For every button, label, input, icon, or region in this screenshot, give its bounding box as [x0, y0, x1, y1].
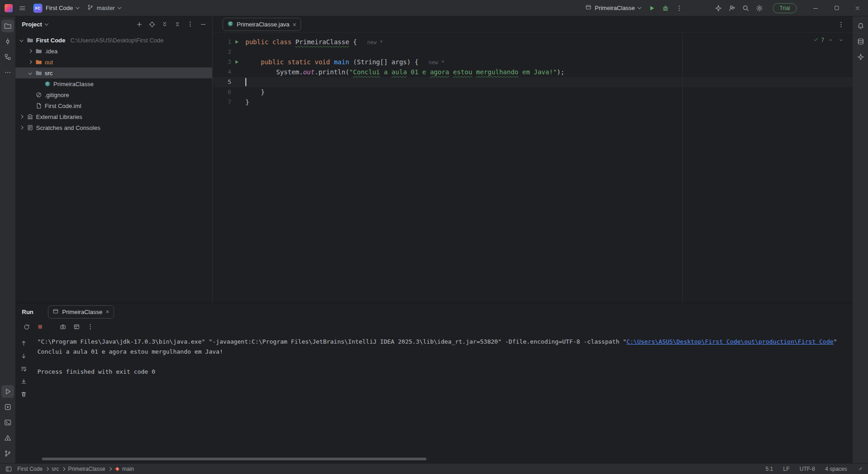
rerun-icon[interactable] [21, 321, 32, 332]
locate-icon[interactable] [146, 19, 157, 30]
chevron-right-icon[interactable] [20, 126, 23, 129]
hide-icon[interactable] [198, 19, 208, 30]
close-icon[interactable]: × [105, 309, 109, 315]
tree-item-first-code-iml[interactable]: First Code.iml [16, 100, 212, 111]
maximize-button[interactable] [826, 0, 847, 16]
search-everywhere-icon[interactable] [739, 1, 753, 15]
stop-icon[interactable] [35, 321, 46, 332]
breadcrumb-item-main[interactable]: main [114, 466, 134, 472]
tree-item-primeiraclasse[interactable]: CPrimeiraClasse [16, 78, 212, 89]
plus-icon[interactable] [134, 19, 145, 30]
code-token: a [380, 68, 391, 76]
code-token: ); [557, 68, 565, 76]
more-tool-button[interactable] [1, 66, 14, 79]
run-gutter-icon[interactable] [234, 39, 240, 45]
soft-wrap-icon[interactable] [18, 363, 29, 374]
editor[interactable]: 1public class PrimeiraClasse { new *23 p… [213, 33, 852, 303]
project-panel-title[interactable]: Project [22, 21, 42, 28]
code-line-7[interactable]: 7} [213, 97, 852, 107]
folder-excluded-icon [35, 58, 42, 66]
indent-widget[interactable]: 4 spaces [825, 466, 847, 472]
code-line-6[interactable]: 6 } [213, 87, 852, 97]
settings-gear-icon[interactable] [753, 1, 766, 15]
close-icon[interactable]: × [293, 21, 296, 28]
code-line-1[interactable]: 1public class PrimeiraClasse { new * [213, 37, 852, 47]
breadcrumb-label: src [52, 466, 59, 472]
version-control-tool-button[interactable] [1, 447, 14, 460]
project-widget[interactable]: FC First Code [29, 2, 83, 15]
tree-item-idea[interactable]: .idea [16, 46, 212, 57]
trial-badge[interactable]: Trial [773, 3, 797, 13]
terminal-tool-button[interactable] [1, 416, 14, 429]
tool-window-toggle-icon[interactable] [4, 464, 14, 474]
run-gutter-icon[interactable] [234, 59, 240, 65]
chevron-right-icon[interactable] [28, 49, 32, 53]
structure-tool-button[interactable] [1, 51, 14, 63]
database-tool-button[interactable] [854, 35, 867, 48]
run-configuration-widget[interactable]: PrimeiraClasse [581, 2, 645, 14]
breadcrumb-item-first-code[interactable]: First Code [17, 466, 42, 472]
dots-v-icon[interactable] [85, 321, 96, 332]
up-icon[interactable] [18, 338, 29, 349]
minimize-button[interactable] [805, 0, 826, 16]
debug-button[interactable] [659, 1, 672, 15]
caret-position-widget[interactable]: 5:1 [765, 466, 773, 472]
vcs-branch-widget[interactable]: master [83, 2, 125, 14]
scrollbar-thumb[interactable] [42, 458, 426, 460]
tree-item-gitignore[interactable]: .gitignore [16, 89, 212, 100]
services-tool-button[interactable] [1, 401, 14, 413]
resize-grip[interactable] [857, 465, 863, 472]
horizontal-scrollbar[interactable] [42, 458, 843, 461]
thread-dump-icon[interactable] [57, 321, 68, 332]
close-button[interactable] [847, 0, 868, 16]
encoding-widget[interactable]: UTF-8 [800, 466, 815, 472]
editor-tab[interactable]: C PrimeiraClasse.java × [223, 18, 301, 31]
tab-options-icon[interactable] [834, 18, 848, 31]
console-link[interactable]: C:\Users\ASUS\Desktop\First Code\out\pro… [626, 338, 833, 345]
ai-assistant-tool-button[interactable] [854, 51, 867, 63]
chevron-down-icon[interactable] [20, 38, 23, 42]
tree-item-src[interactable]: src [16, 67, 212, 78]
breadcrumb-item-primeiraclasse[interactable]: PrimeiraClasse [68, 466, 105, 472]
more-actions-button[interactable] [672, 1, 686, 15]
breadcrumb-item-src[interactable]: src [52, 466, 59, 472]
tree-item-out[interactable]: out [16, 57, 212, 67]
layout-icon[interactable] [71, 321, 82, 332]
run-body: "C:\Program Files\Java\jdk-17.0.3\bin\ja… [16, 333, 852, 463]
chevron-right-icon[interactable] [20, 115, 23, 118]
tree-item-external-libraries[interactable]: External Libraries [16, 111, 212, 122]
run-tool-button[interactable] [1, 385, 14, 398]
scroll-end-icon[interactable] [18, 376, 29, 387]
code-line-2[interactable]: 2 [213, 47, 852, 57]
expand-all-icon[interactable] [159, 19, 170, 30]
dots-v-icon[interactable] [185, 19, 196, 30]
run-tab[interactable]: PrimeiraClasse × [48, 305, 114, 319]
ai-assistant-icon[interactable] [712, 1, 725, 15]
previous-problem-icon[interactable] [826, 36, 835, 44]
next-problem-icon[interactable] [837, 36, 845, 44]
down-icon[interactable] [18, 350, 29, 361]
code-line-3[interactable]: 3 public static void main (String[] args… [213, 57, 852, 67]
project-tool-button[interactable] [1, 20, 14, 32]
notifications-tool-button[interactable] [854, 20, 867, 32]
tree-item-label: PrimeiraClasse [53, 81, 94, 88]
run-button[interactable] [645, 1, 659, 15]
tree-item-scratches-and-consoles[interactable]: Scratches and Consoles [16, 122, 212, 133]
tree-item-first-code[interactable]: First CodeC:\Users\ASUS\Desktop\First Co… [16, 35, 212, 46]
chevron-down-icon[interactable] [28, 71, 32, 75]
problems-tool-button[interactable] [1, 432, 14, 444]
collapse-all-icon[interactable] [172, 19, 183, 30]
chevron-right-icon[interactable] [28, 60, 32, 64]
code-token: Conclui [353, 68, 380, 76]
code-line-5[interactable]: 5 [213, 77, 852, 87]
code-with-me-icon[interactable] [725, 1, 739, 15]
clear-icon[interactable] [18, 389, 29, 400]
inspections-widget[interactable]: 7 [813, 36, 845, 44]
console-output: "C:\Program Files\Java\jdk-17.0.3\bin\ja… [37, 333, 852, 377]
code-line-4[interactable]: 4 System.out.println("Conclui a aula 01 … [213, 67, 852, 77]
console-area[interactable]: "C:\Program Files\Java\jdk-17.0.3\bin\ja… [37, 333, 852, 463]
code-token: em Java!" [519, 68, 557, 76]
line-separator-widget[interactable]: LF [783, 466, 790, 472]
main-menu-button[interactable] [16, 1, 29, 15]
commit-tool-button[interactable] [1, 35, 14, 48]
